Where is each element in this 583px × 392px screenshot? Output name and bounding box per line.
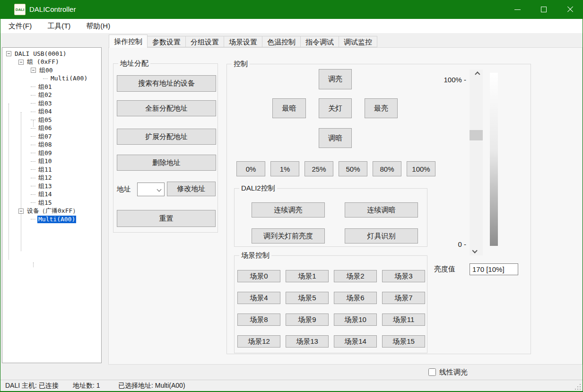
tree-item-group08[interactable]: 组08	[2, 141, 101, 149]
tree-item-root[interactable]: DALI USB(0001)	[2, 50, 101, 58]
title-bar: DALI DALIController	[0, 0, 583, 19]
scene-5-button[interactable]: 场景5	[286, 292, 329, 304]
control-group: 控制 调亮 最暗 关灯 最亮 调暗 0% 1% 25% 50% 80% 100%…	[226, 64, 531, 354]
tree-item-group01[interactable]: 组01	[2, 83, 101, 91]
percent-100-button[interactable]: 100%	[407, 161, 435, 176]
scene-8-button[interactable]: 场景8	[237, 314, 280, 326]
minimize-button[interactable]	[504, 0, 531, 19]
scene-15-button[interactable]: 场景15	[382, 335, 425, 348]
address-count: 地址数: 1	[73, 382, 118, 390]
tree-item-group02[interactable]: 组02	[2, 91, 101, 100]
tree-item-group06[interactable]: 组06	[2, 124, 101, 133]
minimize-icon	[514, 9, 521, 10]
tree-item-group10[interactable]: 组10	[2, 157, 101, 166]
modify-address-button[interactable]: 修改地址	[167, 182, 216, 196]
chevron-up-icon	[475, 71, 480, 77]
resize-grip-icon[interactable]	[575, 384, 581, 390]
scene-4-button[interactable]: 场景4	[237, 292, 280, 304]
continuous-brighten-button[interactable]: 连续调亮	[252, 202, 325, 218]
tree-item-group13[interactable]: 组13	[2, 182, 101, 191]
lamp-identify-button[interactable]: 灯具识别	[345, 228, 418, 244]
chevron-down-icon	[472, 248, 478, 253]
scene-0-button[interactable]: 场景0	[237, 270, 280, 282]
percent-50-button[interactable]: 50%	[339, 161, 367, 176]
scene-14-button[interactable]: 场景14	[334, 335, 377, 348]
tab-operation-control[interactable]: 操作控制	[109, 35, 148, 48]
tree-item-group14[interactable]: 组14	[2, 191, 101, 199]
collapse-icon[interactable]	[18, 209, 24, 214]
scroll-down-button[interactable]	[470, 246, 483, 255]
scene-11-button[interactable]: 场景11	[382, 314, 425, 326]
close-button[interactable]	[557, 0, 583, 19]
address-allocation-group: 地址分配 搜索有地址的设备 全新分配地址 扩展分配地址 删除地址 地址 修改地址…	[113, 63, 218, 233]
menu-tools[interactable]: 工具(T)	[43, 19, 75, 33]
menu-file[interactable]: 文件(F)	[4, 19, 36, 33]
tab-scene-settings[interactable]: 场景设置	[224, 36, 262, 47]
tree-item-group11[interactable]: 组11	[2, 166, 101, 174]
selected-address: 已选择地址: Multi(A00)	[118, 382, 583, 390]
address-combobox[interactable]	[137, 183, 165, 196]
maximize-button[interactable]	[531, 0, 557, 19]
tree-item-device-broadcast[interactable]: 设备（广播0xFF）	[2, 207, 101, 216]
scene-10-button[interactable]: 场景10	[334, 314, 377, 326]
tree-item-group09[interactable]: 组09	[2, 149, 101, 157]
menu-help[interactable]: 帮助(H)	[81, 19, 115, 33]
tree-item-multi-a00-selected[interactable]: Multi(A00)	[2, 215, 101, 224]
dimmest-button[interactable]: 最暗	[272, 98, 306, 118]
maximize-icon	[541, 7, 547, 12]
tree-item-group00[interactable]: 组00	[2, 66, 101, 75]
delete-address-button[interactable]: 删除地址	[117, 155, 216, 171]
tree-item-group07[interactable]: 组07	[2, 132, 101, 141]
lamp-off-button[interactable]: 关灯	[319, 98, 352, 118]
address-label: 地址	[117, 185, 131, 194]
tree-item-group05[interactable]: 组05	[2, 116, 101, 124]
device-tree: DALI USB(0001) 组 (0xFF) 组00 Multi(A00) 组…	[2, 47, 102, 363]
scene-button-grid: 场景0 场景1 场景2 场景3 场景4 场景5 场景6 场景7 场景8 场景9 …	[237, 270, 425, 348]
brightness-scrollbar[interactable]	[470, 70, 483, 255]
scene-1-button[interactable]: 场景1	[286, 270, 329, 282]
scene-7-button[interactable]: 场景7	[382, 292, 425, 304]
tab-group-settings[interactable]: 分组设置	[186, 36, 224, 47]
brightest-button[interactable]: 最亮	[365, 98, 398, 118]
scene-9-button[interactable]: 场景9	[286, 314, 329, 326]
scene-13-button[interactable]: 场景13	[286, 335, 329, 348]
host-status: DALI 主机: 已连接	[0, 382, 73, 390]
scrollbar-thumb[interactable]	[470, 130, 483, 140]
tab-debug-monitor[interactable]: 调试监控	[339, 36, 377, 47]
app-icon: DALI	[14, 4, 26, 15]
tree-item-group12[interactable]: 组12	[2, 174, 101, 183]
tab-parameter-settings[interactable]: 参数设置	[148, 36, 186, 47]
scene-3-button[interactable]: 场景3	[382, 270, 425, 282]
scene-control-group: 场景控制 场景0 场景1 场景2 场景3 场景4 场景5 场景6 场景7 场景8…	[234, 255, 427, 353]
brighten-button[interactable]: 调亮	[319, 69, 352, 89]
collapse-icon[interactable]	[6, 51, 11, 56]
scene-6-button[interactable]: 场景6	[334, 292, 377, 304]
continuous-dim-button[interactable]: 连续调暗	[345, 202, 418, 218]
tree-item-multi-a00[interactable]: Multi(A00)	[2, 75, 101, 83]
dim-button[interactable]: 调暗	[319, 128, 352, 148]
tree-item-group15[interactable]: 组15	[2, 199, 101, 207]
reset-button[interactable]: 重置	[117, 210, 216, 227]
group-title: DALI2控制	[239, 184, 277, 193]
recall-last-level-button[interactable]: 调到关灯前亮度	[252, 228, 325, 244]
collapse-icon[interactable]	[31, 68, 36, 73]
tab-color-temp-control[interactable]: 色温控制	[262, 36, 301, 47]
assign-new-address-button[interactable]: 全新分配地址	[117, 100, 216, 116]
tree-item-group04[interactable]: 组04	[2, 108, 101, 116]
slider-max-label: 100% -	[426, 76, 466, 84]
scene-12-button[interactable]: 场景12	[237, 335, 280, 348]
percent-1-button[interactable]: 1%	[270, 161, 299, 176]
tab-command-debug[interactable]: 指令调试	[301, 36, 339, 47]
tree-item-group-root[interactable]: 组 (0xFF)	[2, 58, 101, 67]
extend-assign-address-button[interactable]: 扩展分配地址	[117, 129, 216, 145]
brightness-value-input[interactable]	[470, 263, 518, 275]
percent-25-button[interactable]: 25%	[305, 161, 333, 176]
search-addressed-devices-button[interactable]: 搜索有地址的设备	[117, 75, 216, 92]
tree-item-group03[interactable]: 组03	[2, 99, 101, 108]
percent-80-button[interactable]: 80%	[373, 161, 401, 176]
collapse-icon[interactable]	[18, 60, 24, 65]
scroll-up-button[interactable]	[470, 70, 483, 79]
scene-2-button[interactable]: 场景2	[334, 270, 377, 282]
percent-0-button[interactable]: 0%	[236, 161, 265, 176]
linear-dimming-checkbox[interactable]	[428, 368, 436, 376]
